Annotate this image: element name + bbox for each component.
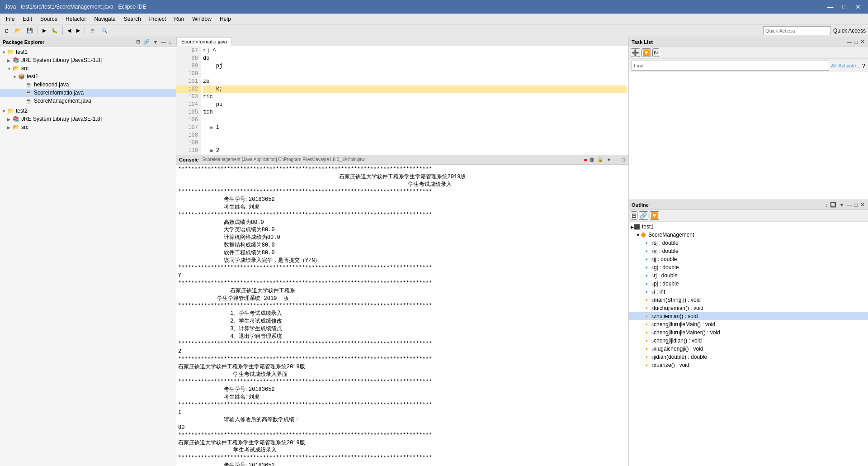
field-icon: 🔹 [643,257,650,262]
link-editor-button[interactable]: 🔗 [142,39,151,45]
outline-filter[interactable]: 🔽 [650,211,659,220]
tree-item-test1-project[interactable]: 📁 test1 [0,48,176,56]
outline-item-i[interactable]: 🔹 s i : int [629,288,868,296]
outline-item-chengjijidian[interactable]: 🔸 s chengjijidian() : void [629,337,868,345]
menu-bar: File Edit Source Refactor Navigate Searc… [0,14,868,24]
quick-access-input[interactable] [763,26,831,35]
outline-minimize[interactable]: — [846,202,853,208]
outline-item-rj[interactable]: 🔹 s rj : double [629,271,868,280]
task-all-label[interactable]: All [831,63,836,68]
menu-run[interactable]: Run [170,15,188,23]
outline-item-pj[interactable]: 🔹 s pj : double [629,280,868,288]
hide-fields-button[interactable]: 🔲 [829,202,837,208]
tree-item-label: ScoreManagement.java [34,98,91,104]
outline-item-zhujiemian[interactable]: 🔸 s zhujiemian() : void [629,312,868,320]
task-list-search: All Activate... ? [629,59,868,72]
expand-arrow [7,125,13,130]
toolbar-separator-1 [38,26,38,35]
next-button[interactable]: ▶ [74,26,82,35]
outline-item-yj[interactable]: 🔹 s yj : double [629,247,868,255]
maximize-panel-button[interactable]: □ [168,39,173,45]
outline-item-sj[interactable]: 🔹 s sj : double [629,239,868,247]
editor-tab-scoreinformatio[interactable]: ScoreInformatio.java [176,37,232,46]
tree-item-test2-project[interactable]: 📁 test2 [0,107,176,115]
maximize-console-button[interactable]: □ [621,157,626,162]
save-button[interactable]: 💾 [24,26,35,35]
menu-edit[interactable]: Edit [19,15,36,23]
tree-item-scoremanagement[interactable]: ☕ ScoreManagement.java [0,97,176,105]
minimize-console-button[interactable]: — [613,157,620,162]
view-menu-button[interactable]: ▼ [152,39,159,45]
outline-maximize[interactable]: □ [854,202,859,208]
collapse-all-button[interactable]: ⊟ [135,39,141,45]
sort-button[interactable]: ↕ [824,202,829,208]
outline-item-main[interactable]: 🔸 s main(String[]) : void [629,296,868,304]
window-controls[interactable]: — □ ✕ [825,2,863,11]
code-line-97: rj ^ [203,47,627,55]
help-icon[interactable]: ? [862,62,865,69]
outline-item-xiugaichengji[interactable]: 🔸 s xiugaichengji() : void [629,345,868,353]
maximize-button[interactable]: □ [840,2,849,11]
close-button[interactable]: ✕ [853,2,863,11]
debug-perspective[interactable]: 🔍 [99,26,110,35]
java-perspective[interactable]: ☕ [87,26,98,35]
menu-source[interactable]: Source [37,15,61,23]
refresh-button[interactable]: ↻ [652,48,659,57]
terminate-button[interactable]: ■ [583,157,588,162]
tree-item-src-1[interactable]: 📂 src [0,64,176,72]
console-line: 学生考试成绩录入 [178,447,627,454]
tree-item-test1-package[interactable]: 📦 test1 [0,72,176,81]
code-area[interactable]: rj ^ do pj ze k; ric pu tch ≡ 1 ≡ 2 [201,46,628,163]
clear-console-button[interactable]: 🗑 [589,157,595,162]
method-icon: 🔸 [643,338,650,344]
outline-item-scoremanagement-class[interactable]: 🔶 ScoreManagement [629,231,868,239]
outline-view-menu[interactable]: ▼ [838,202,845,208]
outline-link-editor[interactable]: 🔗 [639,211,648,220]
task-list-maximize[interactable]: □ [854,39,859,45]
tree-item-helleoorld[interactable]: ☕ helleoorld.java [0,81,176,89]
menu-window[interactable]: Window [189,15,215,23]
outline-item-gj[interactable]: 🔹 s gj : double [629,263,868,271]
menu-help[interactable]: Help [216,15,235,23]
outline-item-jidian[interactable]: 🔸 s jidian(double) : double [629,353,868,361]
outline-item-test1[interactable]: ⬛ test1 [629,223,868,231]
tree-item-label: helleoorld.java [34,81,69,88]
run-button[interactable]: ▶ [40,26,48,35]
open-button[interactable]: 📂 [13,26,24,35]
task-list-close[interactable]: ✕ [859,39,865,45]
menu-project[interactable]: Project [146,15,170,23]
menu-search[interactable]: Search [120,15,145,23]
task-list-title: Task List [632,39,653,45]
outline-close[interactable]: ✕ [859,202,865,208]
console-line: 石家庄铁道大学软件工程系学生学籍管理系统2019版 [178,439,627,447]
menu-navigate[interactable]: Navigate [90,15,119,23]
outline-item-xuanze[interactable]: 🔸 s xuanze() : void [629,361,868,369]
task-list-minimize[interactable]: — [846,39,853,45]
tree-item-src-2[interactable]: 📂 src [0,123,176,131]
outline-item-jj[interactable]: 🔹 s jj : double [629,255,868,263]
new-button[interactable]: 🗋 [2,27,12,35]
tree-item-jre-2[interactable]: 📚 JRE System Library [JavaSE-1.8] [0,115,176,123]
console-view-menu[interactable]: ▼ [605,157,612,162]
minimize-panel-button[interactable]: — [160,39,167,45]
console-line: ****************************************… [178,378,627,386]
filter-button[interactable]: 🔽 [642,48,651,57]
menu-refactor[interactable]: Refactor [62,15,90,23]
minimize-button[interactable]: — [825,2,836,11]
new-task-button[interactable]: ➕ [631,48,640,57]
tree-item-label: ScoreInformatio.java [34,90,84,96]
console-line: 考生学号:20183652 [178,196,627,204]
debug-button[interactable]: 🐛 [49,26,60,35]
prev-button[interactable]: ◀ [65,26,73,35]
task-activate-label[interactable]: Activate... [838,63,860,68]
task-find-input[interactable] [632,61,829,71]
menu-file[interactable]: File [2,15,18,23]
outline-item-chengjilurujieMainer[interactable]: 🔸 s chengjilurujieMainer() : void [629,328,868,337]
outline-item-chengjilurujieMain[interactable]: 🔸 s chengjilurujieMain() : void [629,320,868,328]
outline-item-tuichujiemian[interactable]: 🔸 s tuichujiemian() : void [629,304,868,312]
outline-item-label: main(String[]) : void [654,297,701,303]
tree-item-scoreinformatio[interactable]: ☕ ScoreInformatio.java [0,89,176,97]
outline-collapse-all[interactable]: ⊟ [631,211,637,220]
tree-item-jre-1[interactable]: 📚 JRE System Library [JavaSE-1.8] [0,56,176,64]
scroll-lock-button[interactable]: 🔒 [596,157,604,162]
